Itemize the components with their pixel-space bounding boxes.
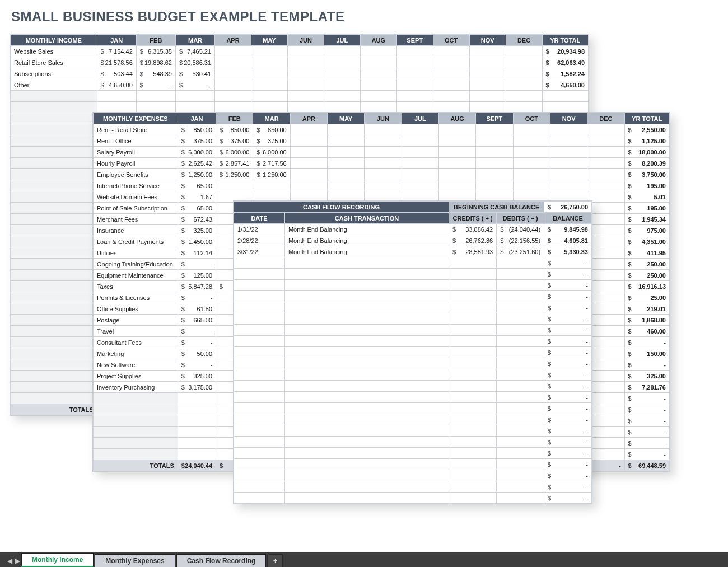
cashflow-date: 3/31/22 bbox=[234, 246, 285, 257]
expense-row[interactable]: Internet/Phone Service $65.00 $195.00 bbox=[94, 180, 670, 191]
tab-monthly-income[interactable]: Monthly Income bbox=[21, 553, 94, 567]
cashflow-blank-row[interactable]: $- bbox=[234, 369, 592, 381]
ecol-jul: JUL bbox=[402, 113, 438, 124]
cashflow-blank-row[interactable]: $- bbox=[234, 302, 592, 313]
income-totals-label: TOTALS bbox=[11, 404, 97, 415]
cashflow-header-row: DATE CASH TRANSACTION CREDITS ( + ) DEBI… bbox=[234, 213, 592, 224]
expense-row-label: Rent - Office bbox=[94, 135, 178, 147]
cashflow-blank-row[interactable]: $- bbox=[234, 459, 592, 470]
col-mar: MAR bbox=[175, 35, 214, 46]
tab-add-icon[interactable]: + bbox=[267, 554, 283, 567]
expense-row-label: Hourly Payroll bbox=[94, 158, 178, 169]
expense-row-label: Point of Sale Subscription bbox=[94, 203, 178, 214]
cashflow-blank-row[interactable]: $- bbox=[234, 481, 592, 493]
ecol-jun: JUN bbox=[365, 113, 402, 124]
cashflow-title-row: CASH FLOW RECORDING BEGINNING CASH BALAN… bbox=[234, 202, 592, 213]
income-row[interactable]: Website Sales $7,154.42$6,315.35$7,465.2… bbox=[11, 46, 589, 57]
income-header-row: MONTHLY INCOME JAN FEB MAR APR MAY JUN J… bbox=[11, 35, 589, 46]
cashflow-blank-row[interactable]: $- bbox=[234, 470, 592, 481]
col-yrtotal: YR TOTAL bbox=[542, 35, 588, 46]
tab-nav-next-icon[interactable]: ▶ bbox=[13, 555, 21, 567]
col-sept: SEPT bbox=[396, 35, 433, 46]
cashflow-blank-row[interactable]: $- bbox=[234, 347, 592, 358]
cashflow-title: CASH FLOW RECORDING bbox=[234, 202, 449, 213]
expense-row[interactable]: Rent - Office $375.00$375.00$375.00 $1,1… bbox=[94, 135, 670, 147]
cashflow-beg-balance: 26,750.00 bbox=[561, 204, 588, 210]
ecol-yrtotal: YR TOTAL bbox=[624, 113, 669, 124]
tab-cash-flow-recording[interactable]: Cash Flow Recording bbox=[176, 554, 267, 567]
expense-row[interactable]: Rent - Retail Store $850.00$850.00$850.0… bbox=[94, 124, 670, 135]
cashflow-blank-row[interactable]: $- bbox=[234, 280, 592, 291]
cashflow-blank-row[interactable]: $- bbox=[234, 437, 592, 448]
col-jan: JAN bbox=[97, 35, 136, 46]
cashflow-blank-row[interactable]: $- bbox=[234, 403, 592, 414]
ecol-sept: SEPT bbox=[476, 113, 513, 124]
tab-monthly-expenses[interactable]: Monthly Expenses bbox=[95, 554, 175, 567]
ecol-aug: AUG bbox=[438, 113, 475, 124]
ecol-may: MAY bbox=[328, 113, 365, 124]
cashflow-date: 2/28/22 bbox=[234, 235, 285, 246]
expenses-totals-label: TOTALS bbox=[94, 460, 178, 471]
ecol-dec: DEC bbox=[587, 113, 624, 124]
col-jul: JUL bbox=[324, 35, 360, 46]
cashflow-row[interactable]: 2/28/22 Month End Balancing $26,762.36 $… bbox=[234, 235, 592, 246]
col-aug: AUG bbox=[360, 35, 396, 46]
expense-row-label: Ongoing Training/Education bbox=[94, 259, 178, 270]
income-blank-row[interactable] bbox=[11, 91, 589, 102]
cashflow-blank-row[interactable]: $- bbox=[234, 493, 592, 504]
expense-row-label: Equipment Maintenance bbox=[94, 270, 178, 281]
ecol-mar: MAR bbox=[253, 113, 290, 124]
income-row[interactable]: Other $4,650.00$-$- $4,650.00 bbox=[11, 79, 589, 91]
cashflow-trans: Month End Balancing bbox=[284, 224, 449, 235]
col-may: MAY bbox=[251, 35, 288, 46]
expense-row[interactable]: Salary Payroll $6,000.00$6,000.00$6,000.… bbox=[94, 147, 670, 158]
expenses-header: MONTHLY EXPENSES bbox=[94, 113, 178, 124]
expense-row-label: Project Supplies bbox=[94, 371, 178, 382]
cashflow-col-debits: DEBITS ( – ) bbox=[497, 213, 544, 224]
cashflow-blank-row[interactable]: $- bbox=[234, 325, 592, 336]
cashflow-blank-row[interactable]: $- bbox=[234, 291, 592, 302]
income-row[interactable]: Retail Store Sales $21,578.56$19,898.62$… bbox=[11, 57, 589, 68]
expense-row-label: Taxes bbox=[94, 281, 178, 292]
income-row[interactable]: Subscriptions $503.44$548.39$530.41 $1,5… bbox=[11, 68, 589, 79]
income-header: MONTHLY INCOME bbox=[11, 35, 97, 46]
expense-row-label: Marketing bbox=[94, 348, 178, 359]
ecol-jan: JAN bbox=[178, 113, 216, 124]
cashflow-blank-row[interactable]: $- bbox=[234, 381, 592, 392]
col-dec: DEC bbox=[506, 35, 542, 46]
income-blank-row[interactable] bbox=[11, 102, 589, 113]
cashflow-blank-row[interactable]: $- bbox=[234, 269, 592, 280]
expense-row[interactable]: Hourly Payroll $2,625.42$2,857.41$2,717.… bbox=[94, 158, 670, 169]
income-row-label: Subscriptions bbox=[11, 68, 97, 79]
sheet-tabstrip: ◀ ▶ Monthly Income Monthly Expenses Cash… bbox=[0, 552, 728, 567]
tab-nav-prev-icon[interactable]: ◀ bbox=[6, 555, 13, 567]
income-row-label: Other bbox=[11, 79, 97, 91]
income-row-label: Retail Store Sales bbox=[11, 57, 97, 68]
expense-row-label: Rent - Retail Store bbox=[94, 124, 178, 135]
cashflow-blank-row[interactable]: $- bbox=[234, 392, 592, 403]
cashflow-col-trans: CASH TRANSACTION bbox=[284, 213, 449, 224]
ecol-nov: NOV bbox=[550, 113, 587, 124]
expense-row-label: Utilities bbox=[94, 247, 178, 259]
expenses-totals-dec: - bbox=[619, 462, 621, 469]
cashflow-trans: Month End Balancing bbox=[284, 246, 449, 257]
expense-row-label: Internet/Phone Service bbox=[94, 180, 178, 191]
expense-row-label: Loan & Credit Payments bbox=[94, 236, 178, 247]
cashflow-blank-row[interactable]: $- bbox=[234, 336, 592, 347]
expense-row-label: Website Domain Fees bbox=[94, 191, 178, 203]
cashflow-blank-row[interactable]: $- bbox=[234, 257, 592, 269]
cashflow-blank-row[interactable]: $- bbox=[234, 358, 592, 369]
cashflow-row[interactable]: 3/31/22 Month End Balancing $28,581.93 $… bbox=[234, 246, 592, 257]
cashflow-blank-row[interactable]: $- bbox=[234, 448, 592, 459]
cashflow-blank-row[interactable]: $- bbox=[234, 425, 592, 437]
cashflow-blank-row[interactable]: $- bbox=[234, 414, 592, 425]
page-title: SMALL BUSINESS BUDGET EXAMPLE TEMPLATE bbox=[11, 9, 344, 25]
income-row-label: Website Sales bbox=[11, 46, 97, 57]
cashflow-blank-row[interactable]: $- bbox=[234, 313, 592, 325]
expense-row-label: Office Supplies bbox=[94, 303, 178, 315]
expense-row-label: New Software bbox=[94, 359, 178, 371]
expense-row-label: Insurance bbox=[94, 225, 178, 236]
cashflow-row[interactable]: 1/31/22 Month End Balancing $33,886.42 $… bbox=[234, 224, 592, 235]
expense-row[interactable]: Employee Benefits $1,250.00$1,250.00$1,2… bbox=[94, 169, 670, 180]
ecol-oct: OCT bbox=[513, 113, 550, 124]
